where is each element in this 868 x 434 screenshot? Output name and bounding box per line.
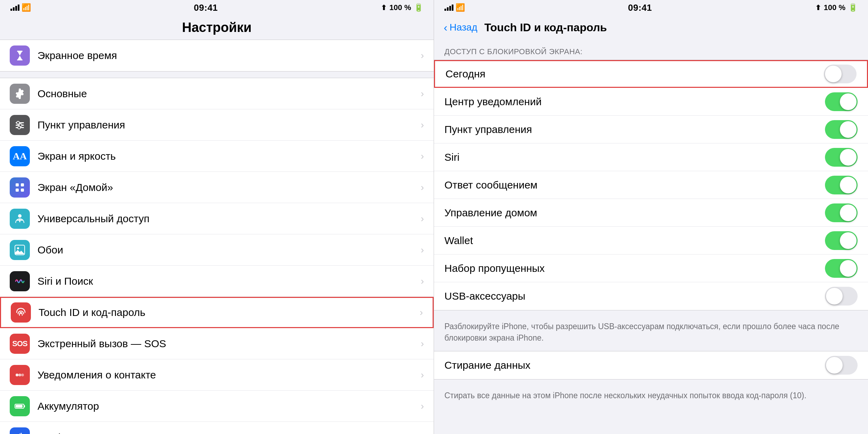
toggle-siri[interactable] — [825, 148, 858, 167]
aa-text: AA — [13, 151, 27, 162]
row-siri-right[interactable]: Siri — [434, 143, 868, 171]
siri-icon — [14, 275, 26, 287]
row-home-control[interactable]: Управление домом — [434, 199, 868, 227]
svg-point-12 — [18, 214, 22, 218]
row-siri[interactable]: Siri и Поиск › — [0, 266, 434, 297]
person-circle-icon — [14, 212, 26, 225]
icon-display: AA — [10, 146, 30, 166]
label-wallpaper: Обои — [37, 244, 417, 256]
label-reply: Ответ сообщением — [444, 179, 825, 191]
row-screen-time[interactable]: Экранное время › — [0, 40, 434, 71]
section-screen-time: Экранное время › — [0, 40, 434, 72]
row-wallpaper[interactable]: Обои › — [0, 234, 434, 266]
row-battery[interactable]: Аккумулятор › — [0, 391, 434, 422]
location-icon: ⬆ — [381, 3, 387, 12]
row-control-right[interactable]: Пункт управления — [434, 116, 868, 143]
back-label: Назад — [450, 22, 477, 33]
battery-icon-right: 🔋 — [848, 3, 858, 12]
svg-point-20 — [21, 374, 24, 376]
dots-icon — [14, 369, 26, 381]
location-icon-right: ⬆ — [815, 3, 821, 12]
toggle-knob-control — [840, 121, 857, 138]
toggle-usb[interactable] — [825, 287, 858, 306]
right-panel: 📶 09:41 ⬆ 100 % 🔋 ‹ Назад Touch ID и код… — [434, 0, 868, 434]
svg-rect-22 — [24, 405, 25, 407]
svg-rect-10 — [16, 189, 19, 192]
settings-list: Экранное время › Основные › — [0, 40, 434, 434]
row-touch-id[interactable]: Touch ID и код-пароль › — [0, 297, 434, 328]
right-content: ДОСТУП С БЛОКИРОВКОЙ ЭКРАНА: Сегодня Цен… — [434, 40, 868, 434]
label-siri-right: Siri — [444, 151, 825, 163]
toggle-section: Сегодня Центр уведомлений Пункт управлен… — [434, 60, 868, 310]
svg-rect-8 — [16, 183, 19, 186]
label-siri: Siri и Поиск — [37, 275, 417, 287]
wallpaper-icon — [14, 244, 26, 256]
row-privacy[interactable]: Конфиденциальность › — [0, 422, 434, 434]
row-basic[interactable]: Основные › — [0, 78, 434, 109]
section-label: ДОСТУП С БЛОКИРОВКОЙ ЭКРАНА: — [434, 40, 868, 60]
svg-rect-23 — [16, 405, 23, 408]
row-usb[interactable]: USB-аксессуары — [434, 282, 868, 310]
page-title-left: Настройки — [182, 20, 251, 35]
row-contact[interactable]: Уведомления о контакте › — [0, 359, 434, 391]
svg-rect-0 — [17, 51, 23, 52]
row-home-screen[interactable]: Экран «Домой» › — [0, 172, 434, 203]
label-basic: Основные — [37, 88, 417, 100]
row-missed-calls[interactable]: Набор пропущенных — [434, 254, 868, 282]
icon-contact — [10, 365, 30, 385]
row-control-center[interactable]: Пункт управления › — [0, 109, 434, 141]
label-missed-calls: Набор пропущенных — [444, 262, 825, 274]
toggle-control[interactable] — [825, 120, 858, 139]
row-display[interactable]: AA Экран и яркость › — [0, 141, 434, 172]
back-button[interactable]: ‹ Назад — [444, 21, 477, 34]
toggle-wallet[interactable] — [825, 231, 858, 250]
toggle-reply[interactable] — [825, 176, 858, 194]
row-notifications[interactable]: Центр уведомлений — [434, 88, 868, 116]
label-accessibility: Универсальный доступ — [37, 213, 417, 225]
label-home-screen: Экран «Домой» — [37, 182, 417, 193]
chevron-privacy: › — [421, 432, 424, 434]
toggle-missed-calls[interactable] — [825, 259, 858, 278]
toggle-notifications[interactable] — [825, 92, 858, 111]
hourglass-icon — [14, 49, 26, 62]
grid-icon — [14, 181, 26, 194]
status-bar-right: 📶 09:41 ⬆ 100 % 🔋 — [434, 0, 868, 15]
label-usb: USB-аксессуары — [444, 290, 825, 302]
battery-area-right: ⬆ 100 % 🔋 — [815, 3, 858, 12]
row-erase[interactable]: Стирание данных — [434, 351, 868, 379]
left-panel: 📶 09:41 ⬆ 100 % 🔋 Настройки — [0, 0, 434, 434]
back-chevron-icon: ‹ — [444, 21, 448, 34]
svg-point-18 — [16, 374, 18, 376]
toggle-home-control[interactable] — [825, 203, 858, 222]
label-battery: Аккумулятор — [37, 400, 417, 412]
chevron-accessibility: › — [421, 213, 424, 224]
svg-point-7 — [18, 126, 20, 129]
row-accessibility[interactable]: Универсальный доступ › — [0, 203, 434, 234]
toggle-today[interactable] — [824, 65, 857, 83]
icon-siri — [10, 271, 30, 291]
label-notifications: Центр уведомлений — [444, 96, 825, 108]
label-home-control: Управление домом — [444, 207, 825, 219]
label-display: Экран и яркость — [37, 150, 417, 162]
usb-note: Разблокируйте iPhone, чтобы разрешить US… — [434, 317, 868, 351]
erase-note: Стирать все данные на этом iPhone после … — [434, 386, 868, 408]
label-wallet: Wallet — [444, 235, 825, 247]
signal-area: 📶 — [10, 3, 31, 12]
chevron-battery: › — [421, 401, 424, 412]
battery-percent-left: 100 % — [390, 3, 411, 12]
icon-sos: SOS — [10, 334, 30, 354]
toggle-knob-notifications — [840, 93, 857, 110]
signal-area-right: 📶 — [444, 3, 465, 12]
chevron-wallpaper: › — [421, 244, 424, 256]
row-sos[interactable]: SOS Экстренный вызов — SOS › — [0, 328, 434, 359]
toggle-knob-today — [825, 66, 842, 82]
row-today[interactable]: Сегодня — [434, 60, 868, 88]
row-wallet[interactable]: Wallet — [434, 227, 868, 254]
icon-accessibility — [10, 209, 30, 229]
label-today: Сегодня — [445, 68, 824, 80]
signal-icon-right — [444, 5, 453, 11]
row-reply[interactable]: Ответ сообщением — [434, 171, 868, 199]
svg-rect-9 — [21, 183, 24, 186]
toggle-erase[interactable] — [825, 356, 858, 375]
toggle-knob-usb — [826, 288, 843, 304]
